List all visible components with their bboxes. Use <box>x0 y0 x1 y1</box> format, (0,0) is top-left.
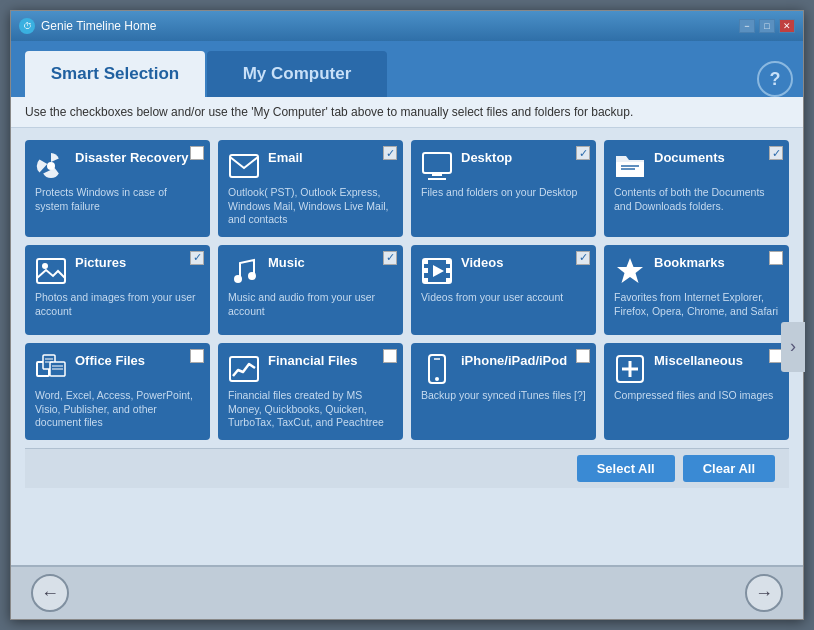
card-title-office-files: Office Files <box>75 353 200 370</box>
svg-point-30 <box>435 377 439 381</box>
folder-icon <box>614 150 646 182</box>
card-desc-email: Outlook( PST), Outlook Express, Windows … <box>228 186 393 227</box>
svg-point-11 <box>248 272 256 280</box>
minimize-button[interactable]: − <box>739 19 755 33</box>
card-title-documents: Documents <box>654 150 779 167</box>
card-title-email: Email <box>268 150 393 167</box>
card-title-desktop: Desktop <box>461 150 586 167</box>
office-icon <box>35 353 67 385</box>
svg-rect-3 <box>432 173 442 176</box>
checkbox-iphone-ipad[interactable] <box>576 349 590 363</box>
tab-my-computer[interactable]: My Computer <box>207 51 387 97</box>
monitor-icon <box>421 150 453 182</box>
scroll-right-arrow[interactable]: › <box>781 322 805 372</box>
card-pictures[interactable]: ✓ Pictures Photos and images from your u… <box>25 245 210 335</box>
card-videos[interactable]: ✓ Vi <box>411 245 596 335</box>
card-desc-disaster-recovery: Protects Windows in case of system failu… <box>35 186 200 213</box>
card-desc-miscellaneous: Compressed files and ISO images <box>614 389 779 403</box>
chart-icon <box>228 353 260 385</box>
card-documents[interactable]: ✓ Documents Contents of both the Documen… <box>604 140 789 237</box>
window-controls: − □ ✕ <box>739 19 795 33</box>
main-window: ⏱ Genie Timeline Home − □ ✕ Smart Select… <box>10 10 804 620</box>
card-row-1: Disaster Recovery Protects Windows in ca… <box>25 140 789 237</box>
card-desc-office-files: Word, Excel, Access, PowerPoint, Visio, … <box>35 389 200 430</box>
checkbox-disaster-recovery[interactable] <box>190 146 204 160</box>
title-bar: ⏱ Genie Timeline Home − □ ✕ <box>11 11 803 41</box>
tab-smart-selection[interactable]: Smart Selection <box>25 51 205 97</box>
card-title-disaster-recovery: Disaster Recovery <box>75 150 200 167</box>
maximize-button[interactable]: □ <box>759 19 775 33</box>
card-disaster-recovery[interactable]: Disaster Recovery Protects Windows in ca… <box>25 140 210 237</box>
card-financial-files[interactable]: Financial Files Financial files created … <box>218 343 403 440</box>
card-desc-financial-files: Financial files created by MS Money, Qui… <box>228 389 393 430</box>
phone-icon <box>421 353 453 385</box>
clear-all-button[interactable]: Clear All <box>683 455 775 482</box>
checkbox-pictures[interactable]: ✓ <box>190 251 204 265</box>
tabs-container: Smart Selection My Computer ? <box>11 41 803 97</box>
close-button[interactable]: ✕ <box>779 19 795 33</box>
card-title-miscellaneous: Miscellaneous <box>654 353 779 370</box>
card-music[interactable]: ✓ Music Music and audio from your user a… <box>218 245 403 335</box>
main-content: Disaster Recovery Protects Windows in ca… <box>11 128 803 565</box>
image-icon <box>35 255 67 287</box>
svg-rect-13 <box>423 259 428 264</box>
forward-button[interactable]: → <box>745 574 783 612</box>
footer: ← → <box>11 565 803 619</box>
card-title-financial-files: Financial Files <box>268 353 393 370</box>
svg-rect-1 <box>230 155 258 177</box>
film-icon <box>421 255 453 287</box>
card-desc-bookmarks: Favorites from Internet Explorer, Firefo… <box>614 291 779 318</box>
card-miscellaneous[interactable]: Miscellaneous Compressed files and ISO i… <box>604 343 789 440</box>
info-bar: Use the checkboxes below and/or use the … <box>11 97 803 128</box>
svg-marker-20 <box>617 258 643 283</box>
card-desc-documents: Contents of both the Documents and Downl… <box>614 186 779 213</box>
music-icon <box>228 255 260 287</box>
card-desc-music: Music and audio from your user account <box>228 291 393 318</box>
envelope-icon <box>228 150 260 182</box>
card-iphone-ipad[interactable]: iPhone/iPad/iPod Backup your synced iTun… <box>411 343 596 440</box>
card-desc-pictures: Photos and images from your user account <box>35 291 200 318</box>
checkbox-videos[interactable]: ✓ <box>576 251 590 265</box>
svg-rect-14 <box>423 268 428 273</box>
card-bookmarks[interactable]: Bookmarks Favorites from Internet Explor… <box>604 245 789 335</box>
checkbox-documents[interactable]: ✓ <box>769 146 783 160</box>
card-office-files[interactable]: Office Files Word, Excel, Access, PowerP… <box>25 343 210 440</box>
select-all-button[interactable]: Select All <box>577 455 675 482</box>
checkbox-financial-files[interactable] <box>383 349 397 363</box>
svg-rect-17 <box>446 268 451 273</box>
card-title-pictures: Pictures <box>75 255 200 272</box>
svg-rect-15 <box>423 278 428 283</box>
svg-rect-8 <box>37 259 65 283</box>
checkbox-office-files[interactable] <box>190 349 204 363</box>
svg-point-10 <box>234 275 242 283</box>
card-title-iphone-ipad: iPhone/iPad/iPod <box>461 353 586 370</box>
checkbox-music[interactable]: ✓ <box>383 251 397 265</box>
svg-rect-16 <box>446 259 451 264</box>
app-icon: ⏱ <box>19 18 35 34</box>
action-bar: Select All Clear All <box>25 448 789 488</box>
svg-marker-19 <box>433 265 444 277</box>
card-desc-videos: Videos from your user account <box>421 291 586 305</box>
card-title-bookmarks: Bookmarks <box>654 255 779 272</box>
svg-rect-18 <box>446 278 451 283</box>
checkbox-email[interactable]: ✓ <box>383 146 397 160</box>
card-email[interactable]: ✓ Email Outlook( PST), Outlook Express, … <box>218 140 403 237</box>
card-desc-iphone-ipad: Backup your synced iTunes files [?] <box>421 389 586 403</box>
card-desktop[interactable]: ✓ Desktop Files and folders on your Desk… <box>411 140 596 237</box>
radiation-icon <box>35 150 67 182</box>
star-icon <box>614 255 646 287</box>
svg-rect-2 <box>423 153 451 173</box>
checkbox-bookmarks[interactable] <box>769 251 783 265</box>
back-button[interactable]: ← <box>31 574 69 612</box>
card-row-3: Office Files Word, Excel, Access, PowerP… <box>25 343 789 440</box>
plus-icon <box>614 353 646 385</box>
card-title-music: Music <box>268 255 393 272</box>
checkbox-desktop[interactable]: ✓ <box>576 146 590 160</box>
help-button[interactable]: ? <box>757 61 793 97</box>
card-title-videos: Videos <box>461 255 586 272</box>
svg-point-9 <box>42 263 48 269</box>
card-desc-desktop: Files and folders on your Desktop <box>421 186 586 200</box>
window-title: Genie Timeline Home <box>41 19 156 33</box>
card-row-2: ✓ Pictures Photos and images from your u… <box>25 245 789 335</box>
